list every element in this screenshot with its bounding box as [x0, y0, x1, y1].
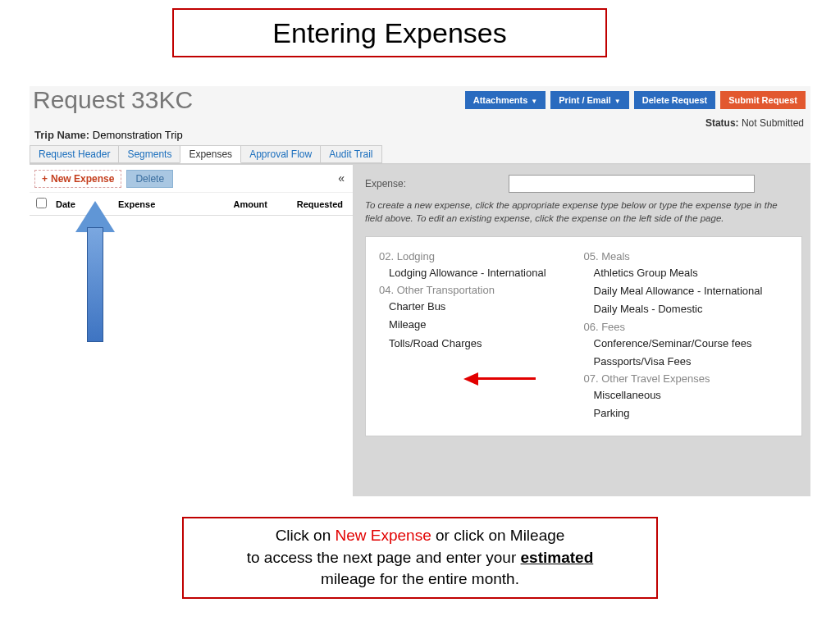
tab-audit-trail[interactable]: Audit Trail: [320, 145, 381, 163]
col-expense: Expense: [118, 199, 200, 209]
type-group-fees: 06. Fees: [584, 321, 789, 333]
tab-segments[interactable]: Segments: [118, 145, 180, 163]
expense-types-panel: 02. Lodging Lodging Allowance - Internat…: [365, 236, 802, 436]
type-passport-visa-fees[interactable]: Passports/Visa Fees: [594, 354, 789, 369]
tab-strip: Request Header Segments Expenses Approva…: [30, 145, 810, 164]
red-arrow-annotation: [463, 373, 537, 385]
types-col-left: 02. Lodging Lodging Allowance - Internat…: [379, 247, 584, 424]
trip-value: Demonstration Trip: [93, 129, 183, 141]
chevron-down-icon: ▼: [531, 98, 537, 105]
type-group-lodging: 02. Lodging: [379, 250, 584, 262]
instruction-text: To create a new expense, click the appro…: [365, 199, 802, 225]
caption-highlight-new-expense: New Expense: [336, 527, 431, 544]
collapse-icon[interactable]: «: [338, 171, 345, 185]
type-mileage[interactable]: Mileage: [389, 317, 584, 332]
slide-title: Entering Expenses: [272, 17, 506, 49]
left-toolbar: +New Expense Delete «: [30, 165, 353, 193]
expense-type-input[interactable]: [509, 175, 755, 193]
type-daily-meals-domestic[interactable]: Daily Meals - Domestic: [594, 302, 789, 317]
type-charter-bus[interactable]: Charter Bus: [389, 299, 584, 314]
slide-title-box: Entering Expenses: [172, 8, 607, 57]
blue-arrow-annotation: [77, 203, 113, 342]
tab-expenses[interactable]: Expenses: [180, 145, 241, 163]
type-group-meals: 05. Meals: [584, 250, 789, 262]
delete-expense-button[interactable]: Delete: [126, 170, 173, 188]
tab-approval-flow[interactable]: Approval Flow: [240, 145, 321, 163]
attachments-button[interactable]: Attachments▼: [465, 91, 546, 109]
trip-label: Trip Name:: [34, 129, 89, 141]
chevron-down-icon: ▼: [614, 98, 621, 105]
type-parking[interactable]: Parking: [594, 406, 789, 421]
app-window: Request 33KC Attachments▼ Print / Email▼…: [30, 86, 810, 496]
select-all-checkbox[interactable]: [30, 198, 52, 210]
type-miscellaneous[interactable]: Miscellaneous: [594, 388, 789, 403]
expense-detail-pane: Expense: To create a new expense, click …: [354, 164, 810, 496]
expense-search-row: Expense:: [365, 175, 802, 193]
trip-row: Trip Name: Demonstration Trip: [34, 129, 183, 141]
type-group-other-travel: 07. Other Travel Expenses: [584, 372, 789, 385]
col-requested: Requested: [274, 199, 353, 209]
arrow-left-icon: [463, 372, 478, 386]
caption-box: Click on New Expense or click on Mileage…: [182, 517, 658, 599]
plus-icon: +: [42, 173, 48, 185]
print-email-button[interactable]: Print / Email▼: [550, 91, 629, 109]
new-expense-button[interactable]: +New Expense: [34, 170, 121, 188]
delete-request-button[interactable]: Delete Request: [634, 91, 715, 109]
type-lodging-allowance-intl[interactable]: Lodging Allowance - International: [389, 266, 584, 281]
header-row: Request 33KC Attachments▼ Print / Email▼…: [30, 86, 810, 119]
submit-request-button[interactable]: Submit Request: [720, 91, 806, 109]
type-athletics-group-meals[interactable]: Athletics Group Meals: [594, 266, 789, 281]
request-title: Request 33KC: [33, 86, 193, 114]
status-row: Status: Not Submitted: [705, 117, 804, 129]
type-tolls[interactable]: Tolls/Road Charges: [389, 336, 584, 351]
action-button-group: Attachments▼ Print / Email▼ Delete Reque…: [465, 91, 806, 109]
type-daily-meal-intl[interactable]: Daily Meal Allowance - International: [594, 284, 789, 299]
type-group-other-transportation: 04. Other Transportation: [379, 284, 584, 296]
type-conference-fees[interactable]: Conference/Seminar/Course fees: [594, 336, 789, 351]
tab-request-header[interactable]: Request Header: [30, 145, 119, 163]
col-amount: Amount: [200, 199, 274, 209]
caption-estimated: estimated: [521, 549, 594, 566]
expense-field-label: Expense:: [365, 178, 509, 189]
status-label: Status:: [705, 117, 739, 129]
content-area: +New Expense Delete « Date Expense Amoun…: [30, 164, 810, 496]
types-col-right: 05. Meals Athletics Group Meals Daily Me…: [584, 247, 789, 424]
status-value: Not Submitted: [742, 117, 804, 129]
